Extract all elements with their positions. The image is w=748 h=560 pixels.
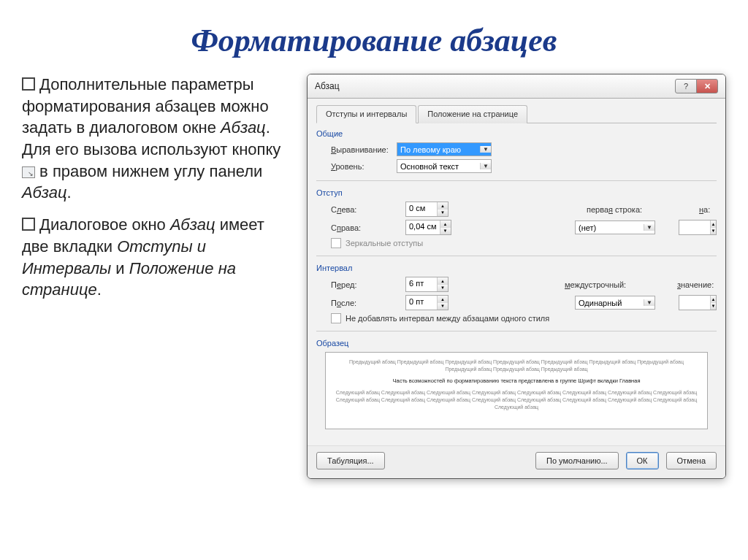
linespacing-value-spin[interactable]: ▲▼	[679, 295, 717, 310]
tabs-button[interactable]: Табуляция...	[316, 452, 385, 469]
tab-indents[interactable]: Отступы и интервалы	[316, 105, 416, 123]
mirror-checkbox[interactable]: Зеркальные отступы	[331, 238, 717, 248]
close-button[interactable]: ✕	[696, 79, 718, 93]
alignment-combo[interactable]: По левому краю▼	[397, 142, 492, 156]
alignment-label: Выравнивание:	[331, 145, 397, 154]
firstline-combo[interactable]: (нет)▼	[575, 220, 655, 234]
after-spin[interactable]: 0 пт ▲▼	[405, 295, 449, 310]
linespacing-label: междустрочный:	[565, 280, 638, 289]
bullet-2: Диалоговое окно Абзац имеет две вкладки …	[22, 214, 292, 301]
linespacing-combo[interactable]: Одинарный▼	[575, 296, 655, 310]
page-title: Форматирование абзацев	[22, 22, 726, 59]
bullet-icon	[22, 77, 35, 91]
section-preview: Образец	[316, 339, 717, 348]
right-spin[interactable]: 0,04 см ▲▼	[405, 220, 451, 235]
dialog-titlebar: Абзац ? ✕	[308, 74, 725, 99]
help-button[interactable]: ?	[675, 79, 697, 93]
default-button[interactable]: По умолчанию...	[535, 452, 619, 469]
dialog-title: Абзац	[315, 81, 340, 91]
bullet-1: Дополнительные параметры форматирования …	[22, 74, 292, 204]
level-combo[interactable]: Основной текст▼	[397, 159, 492, 173]
level-label: Уровень:	[331, 162, 397, 171]
launcher-icon	[22, 166, 35, 178]
left-spin[interactable]: 0 см ▲▼	[405, 202, 449, 217]
bullet-icon	[22, 218, 35, 231]
section-spacing: Интервал	[316, 264, 717, 272]
noadd-checkbox[interactable]: Не добавлять интервал между абзацами одн…	[331, 313, 717, 323]
section-general: Общие	[316, 129, 717, 138]
value-label: значение:	[677, 280, 717, 289]
left-label: Слева:	[331, 205, 397, 214]
description-column: Дополнительные параметры форматирования …	[22, 74, 292, 479]
paragraph-dialog: Абзац ? ✕ Отступы и интервалы Положение …	[307, 74, 726, 479]
on-label: на:	[699, 205, 717, 214]
right-label: Справа:	[331, 223, 397, 232]
firstline-label: первая строка:	[587, 205, 652, 214]
before-label: Перед:	[331, 280, 397, 289]
ok-button[interactable]: ОК	[626, 452, 659, 469]
before-spin[interactable]: 6 пт ▲▼	[405, 277, 449, 292]
tab-position[interactable]: Положение на странице	[418, 105, 527, 123]
section-indent: Отступ	[316, 188, 717, 197]
after-label: После:	[331, 299, 397, 307]
cancel-button[interactable]: Отмена	[666, 452, 717, 469]
preview-box: Предыдущий абзац Предыдущий абзац Предыд…	[325, 352, 708, 429]
firstline-value-spin[interactable]: ▲▼	[679, 220, 717, 235]
